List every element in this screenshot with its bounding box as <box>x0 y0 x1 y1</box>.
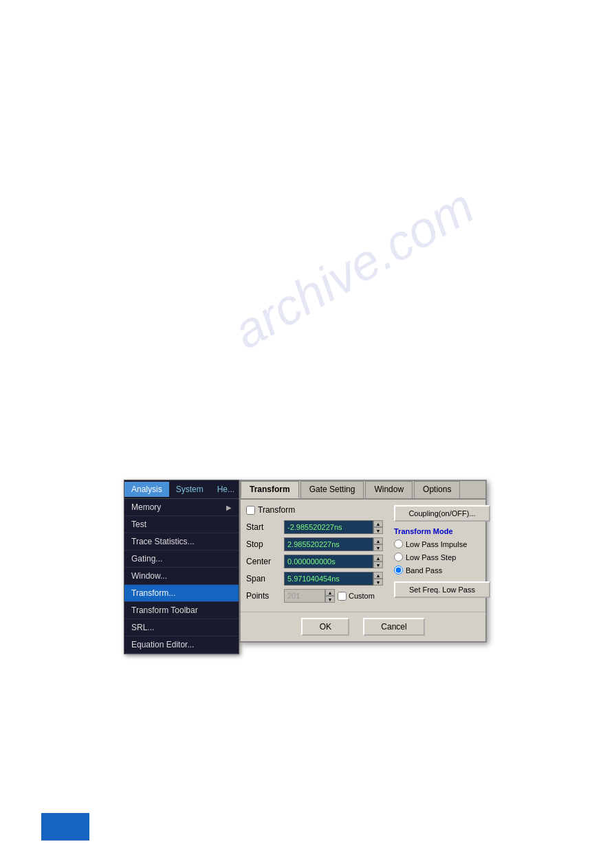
menu-item-equation-editor[interactable]: Equation Editor... <box>124 636 239 654</box>
start-label: Start <box>246 522 284 532</box>
transform-mode-label: Transform Mode <box>394 527 490 535</box>
points-down-btn[interactable]: ▼ <box>325 596 335 603</box>
watermark: archive.com <box>223 177 483 359</box>
points-input[interactable] <box>284 589 325 603</box>
stop-down-btn[interactable]: ▼ <box>373 544 383 551</box>
stop-label: Stop <box>246 539 284 549</box>
span-spinner: ▲ ▼ <box>373 572 383 586</box>
span-down-btn[interactable]: ▼ <box>373 579 383 586</box>
stop-input-group: ▲ ▼ <box>284 537 383 551</box>
coupling-button[interactable]: Coupling(on/OFF)... <box>394 505 490 522</box>
custom-checkbox-group: Custom <box>338 592 375 601</box>
center-label: Center <box>246 557 284 566</box>
menu-header: Analysis System He... <box>124 480 239 499</box>
center-row: Center ▲ ▼ <box>246 555 383 568</box>
radio-label-band-pass: Band Pass <box>406 566 442 575</box>
menu-item-transform[interactable]: Transform... <box>124 585 239 602</box>
tab-gate-setting[interactable]: Gate Setting <box>300 481 364 498</box>
radio-input-low-pass-step[interactable] <box>394 553 403 561</box>
center-input[interactable] <box>284 555 373 568</box>
radio-input-low-pass-impulse[interactable] <box>394 539 403 548</box>
tab-options[interactable]: Options <box>414 481 460 498</box>
radio-low-pass-step: Low Pass Step <box>394 553 490 561</box>
radio-band-pass: Band Pass <box>394 566 490 575</box>
menu-item-srl[interactable]: SRL... <box>124 619 239 636</box>
span-input[interactable] <box>284 572 373 586</box>
radio-low-pass-impulse: Low Pass Impulse <box>394 539 490 548</box>
start-row: Start ▲ ▼ <box>246 520 383 534</box>
start-down-btn[interactable]: ▼ <box>373 527 383 534</box>
center-down-btn[interactable]: ▼ <box>373 561 383 568</box>
menu-item-memory[interactable]: Memory ▶ <box>124 499 239 516</box>
points-up-btn[interactable]: ▲ <box>325 589 335 596</box>
tab-transform[interactable]: Transform <box>241 481 299 498</box>
set-freq-button[interactable]: Set Freq. Low Pass <box>394 581 490 598</box>
menu-item-trace-statistics[interactable]: Trace Statistics... <box>124 533 239 550</box>
center-up-btn[interactable]: ▲ <box>373 555 383 561</box>
menu-header-help[interactable]: He... <box>210 482 241 497</box>
points-row: Points ▲ ▼ Custom <box>246 589 383 603</box>
stop-input[interactable] <box>284 537 373 551</box>
stop-up-btn[interactable]: ▲ <box>373 537 383 544</box>
main-content: archive.com Analysis System He... Memory… <box>0 0 614 868</box>
start-input[interactable] <box>284 520 373 534</box>
points-label: Points <box>246 591 284 601</box>
radio-input-band-pass[interactable] <box>394 566 403 575</box>
start-input-group: ▲ ▼ <box>284 520 383 534</box>
menu-header-analysis[interactable]: Analysis <box>124 482 169 497</box>
start-spinner: ▲ ▼ <box>373 520 383 534</box>
transform-checkbox-label: Transform <box>258 505 295 515</box>
menu-item-test[interactable]: Test <box>124 516 239 533</box>
center-spinner: ▲ ▼ <box>373 555 383 568</box>
span-row: Span ▲ ▼ <box>246 572 383 586</box>
tab-window[interactable]: Window <box>365 481 413 498</box>
custom-label: Custom <box>349 592 375 600</box>
right-panel: Coupling(on/OFF)... Transform Mode Low P… <box>394 505 490 606</box>
custom-checkbox[interactable] <box>338 592 347 601</box>
start-up-btn[interactable]: ▲ <box>373 520 383 527</box>
menu-item-gating[interactable]: Gating... <box>124 550 239 568</box>
radio-label-low-pass-step: Low Pass Step <box>406 553 456 561</box>
menu-container: Analysis System He... Memory ▶ Test Trac… <box>124 480 487 654</box>
dialog-body: Transform Start ▲ ▼ <box>241 500 485 612</box>
blue-box-decoration <box>41 813 89 841</box>
menu-item-transform-toolbar[interactable]: Transform Toolbar <box>124 602 239 619</box>
transform-checkbox-row: Transform <box>246 505 383 515</box>
span-up-btn[interactable]: ▲ <box>373 572 383 579</box>
menu-header-system[interactable]: System <box>169 482 210 497</box>
stop-row: Stop ▲ ▼ <box>246 537 383 551</box>
dialog-tabs: Transform Gate Setting Window Options <box>241 481 485 500</box>
points-spinner: ▲ ▼ <box>325 589 335 603</box>
span-input-group: ▲ ▼ <box>284 572 383 586</box>
cancel-button[interactable]: Cancel <box>363 618 424 636</box>
ok-button[interactable]: OK <box>301 618 349 636</box>
transform-dialog: Transform Gate Setting Window Options Tr… <box>239 480 487 643</box>
submenu-arrow-icon: ▶ <box>226 504 232 511</box>
dialog-footer: OK Cancel <box>241 612 485 641</box>
stop-spinner: ▲ ▼ <box>373 537 383 551</box>
span-label: Span <box>246 574 284 583</box>
analysis-dropdown-menu: Analysis System He... Memory ▶ Test Trac… <box>124 480 239 654</box>
transform-checkbox[interactable] <box>246 506 255 515</box>
menu-item-window[interactable]: Window... <box>124 568 239 585</box>
center-input-group: ▲ ▼ <box>284 555 383 568</box>
radio-label-low-pass-impulse: Low Pass Impulse <box>406 540 467 548</box>
